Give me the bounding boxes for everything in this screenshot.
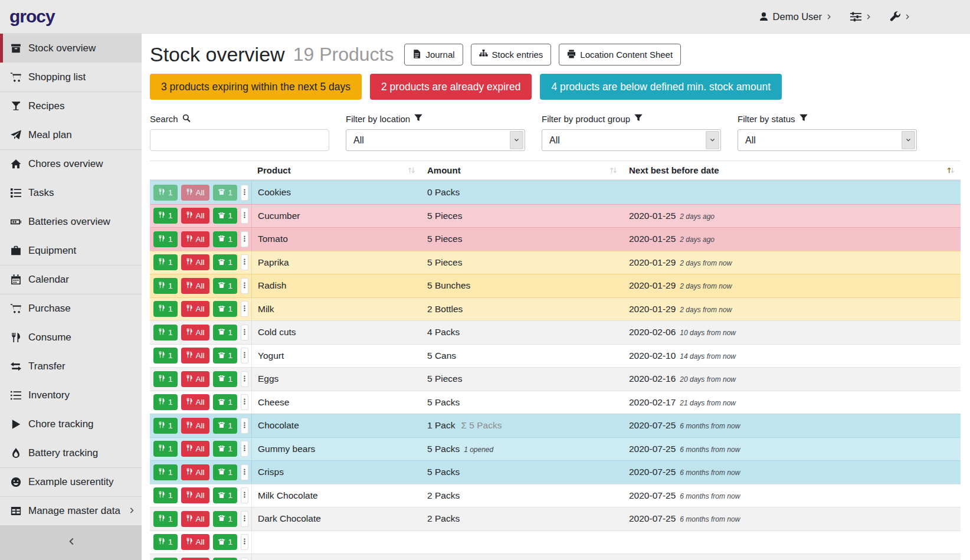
open-one-button[interactable]: 1 <box>213 418 238 434</box>
row-menu-button[interactable] <box>241 301 248 317</box>
user-menu[interactable]: Demo User <box>759 11 833 22</box>
sidebar-item-stock-overview[interactable]: Stock overview <box>0 34 142 63</box>
sidebar-item-tasks[interactable]: Tasks <box>0 178 142 207</box>
warning-banner[interactable]: 3 products expiring within the next 5 da… <box>150 74 362 100</box>
open-one-button[interactable]: 1 <box>213 558 238 560</box>
sidebar-collapse-button[interactable] <box>0 525 142 560</box>
consume-one-button[interactable]: 1 <box>153 301 178 317</box>
sidebar-item-equipment[interactable]: Equipment <box>0 236 142 265</box>
open-one-button[interactable]: 1 <box>213 464 238 480</box>
journal-button[interactable]: Journal <box>404 44 463 66</box>
location-filter-select[interactable]: All <box>346 129 525 151</box>
open-one-button[interactable]: 1 <box>213 394 238 410</box>
row-menu-button[interactable] <box>241 231 248 247</box>
consume-all-button[interactable]: All <box>181 511 209 527</box>
consume-all-button[interactable]: All <box>181 208 209 224</box>
consume-all-button[interactable]: All <box>181 278 209 294</box>
consume-all-button[interactable]: All <box>181 348 209 363</box>
sidebar-item-transfer[interactable]: Transfer <box>0 352 142 381</box>
consume-all-button[interactable]: All <box>181 254 209 270</box>
row-menu-button[interactable] <box>241 278 248 294</box>
settings-menu[interactable] <box>850 11 872 22</box>
consume-one-button[interactable]: 1 <box>153 278 178 294</box>
consume-all-button[interactable]: All <box>181 418 209 434</box>
open-one-button[interactable]: 1 <box>213 278 238 294</box>
consume-all-button[interactable]: All <box>181 441 209 457</box>
row-menu-button[interactable] <box>241 511 248 527</box>
consume-all-button[interactable]: All <box>181 558 209 560</box>
search-input[interactable] <box>150 129 329 151</box>
consume-one-button[interactable]: 1 <box>153 348 178 363</box>
open-one-button[interactable]: 1 <box>213 511 238 527</box>
sidebar-item-manage-master-data[interactable]: Manage master data <box>0 496 142 525</box>
row-menu-button[interactable] <box>241 348 248 363</box>
consume-one-button[interactable]: 1 <box>153 418 178 434</box>
admin-menu[interactable] <box>890 11 911 22</box>
open-one-button[interactable]: 1 <box>213 254 238 270</box>
row-menu-button[interactable] <box>241 254 248 270</box>
open-one-button[interactable]: 1 <box>213 185 238 201</box>
sidebar-item-meal-plan[interactable]: Meal plan <box>0 120 142 149</box>
sidebar-item-inventory[interactable]: Inventory <box>0 381 142 410</box>
open-one-button[interactable]: 1 <box>213 534 238 550</box>
row-menu-button[interactable] <box>241 441 248 457</box>
date-column-header[interactable]: Next best before date <box>623 161 961 179</box>
sidebar-item-shopping-list[interactable]: Shopping list <box>0 63 142 91</box>
consume-one-button[interactable]: 1 <box>153 231 178 247</box>
consume-one-button[interactable]: 1 <box>153 441 178 457</box>
sidebar-item-purchase[interactable]: Purchase <box>0 294 142 323</box>
sidebar-item-consume[interactable]: Consume <box>0 323 142 352</box>
consume-one-button[interactable]: 1 <box>153 371 178 387</box>
row-menu-button[interactable] <box>241 558 248 560</box>
consume-all-button[interactable]: All <box>181 185 209 201</box>
consume-one-button[interactable]: 1 <box>153 558 178 560</box>
open-one-button[interactable]: 1 <box>213 208 238 224</box>
sidebar-item-recipes[interactable]: Recipes <box>0 91 142 120</box>
consume-one-button[interactable]: 1 <box>153 185 178 201</box>
row-menu-button[interactable] <box>241 325 248 340</box>
sidebar-item-battery-tracking[interactable]: Battery tracking <box>0 438 142 467</box>
row-menu-button[interactable] <box>241 487 248 503</box>
stock-entries-button[interactable]: Stock entries <box>471 44 552 66</box>
amount-column-header[interactable]: Amount <box>421 161 623 179</box>
sidebar-item-chores-overview[interactable]: Chores overview <box>0 149 142 178</box>
consume-all-button[interactable]: All <box>181 487 209 503</box>
consume-all-button[interactable]: All <box>181 534 209 550</box>
open-one-button[interactable]: 1 <box>213 231 238 247</box>
open-one-button[interactable]: 1 <box>213 371 238 387</box>
consume-all-button[interactable]: All <box>181 394 209 410</box>
row-menu-button[interactable] <box>241 464 248 480</box>
consume-all-button[interactable]: All <box>181 325 209 340</box>
consume-one-button[interactable]: 1 <box>153 325 178 340</box>
consume-all-button[interactable]: All <box>181 371 209 387</box>
open-one-button[interactable]: 1 <box>213 487 238 503</box>
open-one-button[interactable]: 1 <box>213 348 238 363</box>
open-one-button[interactable]: 1 <box>213 301 238 317</box>
info-banner[interactable]: 4 products are below defined min. stock … <box>540 74 782 100</box>
row-menu-button[interactable] <box>241 418 248 434</box>
consume-all-button[interactable]: All <box>181 301 209 317</box>
danger-banner[interactable]: 2 products are already expired <box>370 74 532 100</box>
consume-one-button[interactable]: 1 <box>153 394 178 410</box>
consume-all-button[interactable]: All <box>181 231 209 247</box>
row-menu-button[interactable] <box>241 534 248 550</box>
consume-one-button[interactable]: 1 <box>153 208 178 224</box>
app-logo[interactable]: grocy <box>9 6 55 27</box>
row-menu-button[interactable] <box>241 208 248 224</box>
sidebar-item-example-userentity[interactable]: Example userentity <box>0 467 142 496</box>
consume-one-button[interactable]: 1 <box>153 534 178 550</box>
consume-all-button[interactable]: All <box>181 464 209 480</box>
product-column-header[interactable]: Product <box>251 161 421 179</box>
row-menu-button[interactable] <box>241 371 248 387</box>
open-one-button[interactable]: 1 <box>213 325 238 340</box>
sidebar-item-calendar[interactable]: Calendar <box>0 265 142 294</box>
open-one-button[interactable]: 1 <box>213 441 238 457</box>
status-filter-select[interactable]: All <box>738 129 917 151</box>
row-menu-button[interactable] <box>241 185 248 201</box>
row-menu-button[interactable] <box>241 394 248 410</box>
product-group-filter-select[interactable]: All <box>542 129 721 151</box>
location-content-sheet-button[interactable]: Location Content Sheet <box>559 44 681 66</box>
sidebar-item-chore-tracking[interactable]: Chore tracking <box>0 410 142 438</box>
consume-one-button[interactable]: 1 <box>153 487 178 503</box>
sidebar-item-batteries-overview[interactable]: Batteries overview <box>0 207 142 236</box>
